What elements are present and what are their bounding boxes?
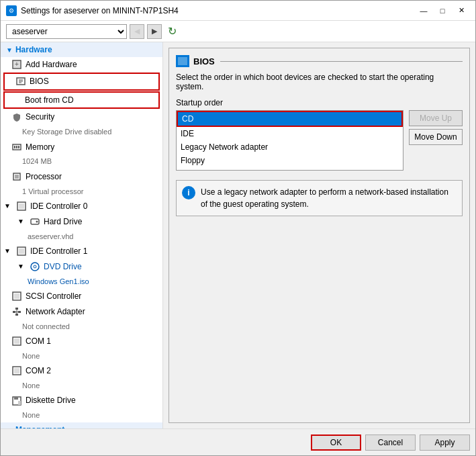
com1-icon [11,336,22,347]
svg-rect-10 [18,146,19,148]
sidebar-item-processor[interactable]: Processor [1,169,162,185]
network-icon [11,306,22,317]
window-title: Settings for aseserver on MININT-N7P1SH4 [21,6,179,15]
svg-rect-12 [15,175,19,179]
move-down-button[interactable]: Move Down [409,129,463,145]
ide1-expand-icon: ▼ [3,247,11,255]
sidebar-item-ide0[interactable]: ▼ IDE Controller 0 [1,199,162,214]
startup-item-cd[interactable]: CD [177,111,403,127]
sidebar-item-hard-drive-label: Hard Drive [44,216,82,228]
sidebar-item-processor-sub: 1 Virtual processor [1,185,162,199]
security-icon [11,112,22,123]
maximize-button[interactable]: □ [434,4,451,17]
hard-drive-icon [30,216,40,227]
sidebar-item-bios[interactable]: BIOS [3,73,160,91]
sidebar-item-dvd-label: DVD Drive [44,261,82,273]
svg-rect-32 [14,368,19,373]
sidebar-item-hard-drive[interactable]: ▼ Hard Drive [1,214,162,230]
hardware-label: Hardware [15,45,52,54]
sidebar-item-memory-sub: 1024 MB [1,154,162,169]
sidebar-item-network-sub: Not connected [1,320,162,334]
sidebar-item-add-hardware-label: Add Hardware [26,59,77,71]
ide1-icon [16,246,27,257]
sidebar-item-diskette[interactable]: Diskette Drive [1,393,162,408]
refresh-button[interactable]: ↻ [164,24,179,39]
com2-icon [11,365,22,376]
startup-area: CD IDE Legacy Network adapter Floppy Mov… [176,110,463,171]
hardware-section-header[interactable]: ▼ Hardware [1,42,162,57]
diskette-icon [11,396,22,406]
apply-button[interactable]: Apply [420,435,470,451]
sidebar-item-scsi[interactable]: SCSI Controller [1,289,162,304]
cancel-button[interactable]: Cancel [365,435,416,451]
sidebar-item-com1-sub: None [1,349,162,363]
scsi-icon [11,291,22,302]
startup-item-ide[interactable]: IDE [177,127,403,140]
info-text: Use a legacy network adapter to perform … [201,186,457,210]
sidebar-item-com2-sub: None [1,379,162,393]
sidebar-item-memory-label: Memory [26,142,54,153]
svg-point-20 [34,265,36,268]
sidebar-item-boot-cd[interactable]: Boot from CD [3,91,160,109]
sidebar-item-security-sub: Key Storage Drive disabled [1,125,162,139]
svg-rect-24 [15,314,18,316]
sidebar-item-network-label: Network Adapter [26,306,85,318]
right-panel: BIOS Select the order in which boot devi… [163,42,475,428]
titlebar: ⚙ Settings for aseserver on MININT-N7P1S… [1,1,475,21]
sidebar-item-ide1[interactable]: ▼ IDE Controller 1 [1,244,162,259]
dvd-expand-icon: ▼ [17,263,25,271]
sidebar-item-network[interactable]: Network Adapter [1,304,162,320]
startup-buttons: Move Up Move Down [409,110,463,171]
sidebar-item-ide1-label: IDE Controller 1 [30,246,87,257]
startup-item-floppy[interactable]: Floppy [177,154,403,167]
svg-rect-35 [18,401,21,405]
ok-button[interactable]: OK [311,435,361,451]
svg-rect-9 [16,146,17,148]
sidebar-item-security-label: Security [26,111,54,123]
hardware-collapse-icon: ▼ [6,46,13,54]
svg-point-19 [31,263,39,271]
forward-button[interactable]: ▶ [147,24,162,39]
titlebar-controls: — □ ✕ [415,4,470,17]
sidebar-item-processor-label: Processor [26,171,62,183]
sidebar-item-security[interactable]: Security [1,109,162,125]
move-up-button[interactable]: Move Up [409,110,463,126]
server-select[interactable]: aseserver [6,24,127,39]
titlebar-left: ⚙ Settings for aseserver on MININT-N7P1S… [6,5,179,16]
memory-icon [11,142,22,152]
main-content: ▼ Hardware + Add Hardware BIOS Boot from… [1,42,475,428]
svg-rect-44 [178,57,187,65]
svg-rect-18 [19,248,24,254]
ide0-icon [16,201,27,212]
svg-rect-14 [19,203,24,209]
sidebar-item-add-hardware[interactable]: + Add Hardware [1,57,162,73]
svg-rect-23 [15,308,18,310]
window-icon: ⚙ [6,5,17,16]
dvd-icon [30,261,40,272]
sidebar-item-com2[interactable]: COM 2 [1,363,162,379]
bios-icon [15,76,26,87]
sidebar-item-dvd[interactable]: ▼ DVD Drive [1,259,162,275]
svg-rect-30 [14,338,19,344]
management-section-header[interactable]: ▼ Management [1,422,162,428]
svg-rect-8 [14,146,15,148]
back-button[interactable]: ◀ [130,24,144,39]
sidebar-item-com2-label: COM 2 [26,365,51,377]
bios-description: Select the order in which boot devices a… [176,73,463,91]
svg-point-16 [36,221,38,223]
startup-list[interactable]: CD IDE Legacy Network adapter Floppy [176,110,403,171]
hard-drive-expand-icon: ▼ [17,218,25,226]
close-button[interactable]: ✕ [453,4,470,17]
info-box: i Use a legacy network adapter to perfor… [176,180,463,216]
sidebar-item-hard-drive-sub: aseserver.vhd [1,230,162,244]
sidebar-item-scsi-label: SCSI Controller [26,291,81,302]
minimize-button[interactable]: — [415,4,432,17]
sidebar-item-com1[interactable]: COM 1 [1,334,162,349]
startup-item-legacy-network[interactable]: Legacy Network adapter [177,140,403,154]
svg-rect-34 [14,397,18,400]
sidebar-item-memory[interactable]: Memory [1,140,162,155]
startup-order-label: Startup order [176,98,463,107]
ide0-expand-icon: ▼ [3,202,11,210]
processor-icon [11,171,22,182]
main-window: ⚙ Settings for aseserver on MININT-N7P1S… [0,0,476,456]
